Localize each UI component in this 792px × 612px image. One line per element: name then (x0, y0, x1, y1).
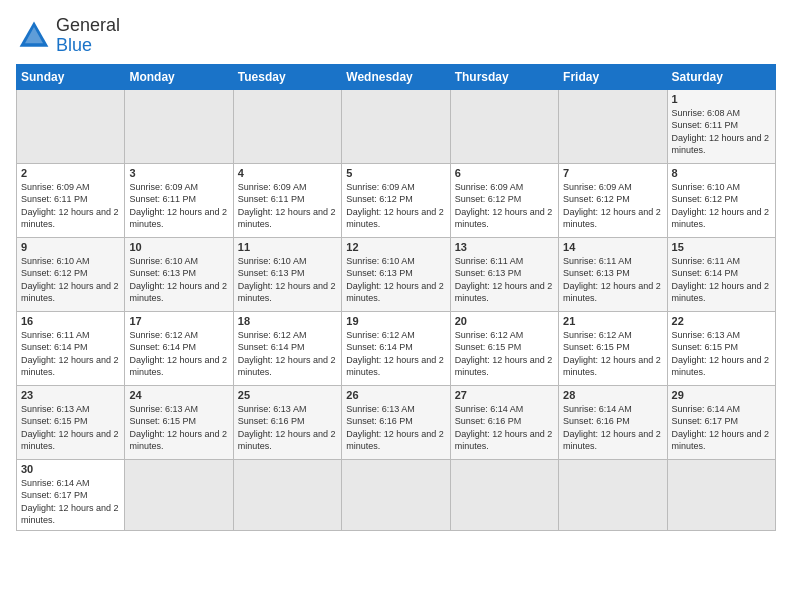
day-number: 29 (672, 389, 771, 401)
day-info: Sunrise: 6:11 AM Sunset: 6:13 PM Dayligh… (455, 255, 554, 305)
day-info: Sunrise: 6:12 AM Sunset: 6:14 PM Dayligh… (346, 329, 445, 379)
day-number: 13 (455, 241, 554, 253)
calendar-cell: 11Sunrise: 6:10 AM Sunset: 6:13 PM Dayli… (233, 237, 341, 311)
day-header: Friday (559, 64, 667, 89)
day-info: Sunrise: 6:09 AM Sunset: 6:12 PM Dayligh… (455, 181, 554, 231)
day-header: Monday (125, 64, 233, 89)
day-number: 22 (672, 315, 771, 327)
day-info: Sunrise: 6:10 AM Sunset: 6:13 PM Dayligh… (129, 255, 228, 305)
day-info: Sunrise: 6:09 AM Sunset: 6:11 PM Dayligh… (129, 181, 228, 231)
calendar-cell (667, 459, 775, 530)
day-number: 7 (563, 167, 662, 179)
calendar-cell: 2Sunrise: 6:09 AM Sunset: 6:11 PM Daylig… (17, 163, 125, 237)
calendar-cell: 5Sunrise: 6:09 AM Sunset: 6:12 PM Daylig… (342, 163, 450, 237)
calendar-cell (233, 459, 341, 530)
calendar-cell: 6Sunrise: 6:09 AM Sunset: 6:12 PM Daylig… (450, 163, 558, 237)
day-number: 1 (672, 93, 771, 105)
day-number: 15 (672, 241, 771, 253)
logo-text: General Blue (56, 16, 120, 56)
day-info: Sunrise: 6:11 AM Sunset: 6:13 PM Dayligh… (563, 255, 662, 305)
calendar-cell: 10Sunrise: 6:10 AM Sunset: 6:13 PM Dayli… (125, 237, 233, 311)
calendar-cell (559, 459, 667, 530)
day-number: 2 (21, 167, 120, 179)
day-number: 9 (21, 241, 120, 253)
day-header: Wednesday (342, 64, 450, 89)
day-number: 8 (672, 167, 771, 179)
day-info: Sunrise: 6:11 AM Sunset: 6:14 PM Dayligh… (21, 329, 120, 379)
logo: General Blue (16, 16, 120, 56)
calendar-cell: 15Sunrise: 6:11 AM Sunset: 6:14 PM Dayli… (667, 237, 775, 311)
day-number: 27 (455, 389, 554, 401)
calendar-cell: 21Sunrise: 6:12 AM Sunset: 6:15 PM Dayli… (559, 311, 667, 385)
day-info: Sunrise: 6:09 AM Sunset: 6:12 PM Dayligh… (563, 181, 662, 231)
calendar-cell: 13Sunrise: 6:11 AM Sunset: 6:13 PM Dayli… (450, 237, 558, 311)
calendar-cell: 26Sunrise: 6:13 AM Sunset: 6:16 PM Dayli… (342, 385, 450, 459)
calendar-cell (125, 459, 233, 530)
day-header: Sunday (17, 64, 125, 89)
calendar-cell: 4Sunrise: 6:09 AM Sunset: 6:11 PM Daylig… (233, 163, 341, 237)
day-number: 16 (21, 315, 120, 327)
day-info: Sunrise: 6:10 AM Sunset: 6:12 PM Dayligh… (21, 255, 120, 305)
day-header: Tuesday (233, 64, 341, 89)
calendar-cell: 24Sunrise: 6:13 AM Sunset: 6:15 PM Dayli… (125, 385, 233, 459)
calendar-cell (450, 89, 558, 163)
day-info: Sunrise: 6:12 AM Sunset: 6:15 PM Dayligh… (455, 329, 554, 379)
day-header: Thursday (450, 64, 558, 89)
calendar-cell (342, 459, 450, 530)
day-number: 24 (129, 389, 228, 401)
day-info: Sunrise: 6:12 AM Sunset: 6:14 PM Dayligh… (238, 329, 337, 379)
day-info: Sunrise: 6:12 AM Sunset: 6:15 PM Dayligh… (563, 329, 662, 379)
day-info: Sunrise: 6:09 AM Sunset: 6:12 PM Dayligh… (346, 181, 445, 231)
day-number: 21 (563, 315, 662, 327)
day-number: 26 (346, 389, 445, 401)
calendar-cell: 23Sunrise: 6:13 AM Sunset: 6:15 PM Dayli… (17, 385, 125, 459)
day-number: 30 (21, 463, 120, 475)
day-number: 6 (455, 167, 554, 179)
calendar-cell (17, 89, 125, 163)
logo-icon (16, 18, 52, 54)
day-number: 23 (21, 389, 120, 401)
calendar-cell: 30Sunrise: 6:14 AM Sunset: 6:17 PM Dayli… (17, 459, 125, 530)
calendar-cell: 7Sunrise: 6:09 AM Sunset: 6:12 PM Daylig… (559, 163, 667, 237)
day-number: 14 (563, 241, 662, 253)
day-number: 5 (346, 167, 445, 179)
calendar-cell: 12Sunrise: 6:10 AM Sunset: 6:13 PM Dayli… (342, 237, 450, 311)
calendar-cell: 22Sunrise: 6:13 AM Sunset: 6:15 PM Dayli… (667, 311, 775, 385)
calendar-cell: 9Sunrise: 6:10 AM Sunset: 6:12 PM Daylig… (17, 237, 125, 311)
day-info: Sunrise: 6:14 AM Sunset: 6:16 PM Dayligh… (563, 403, 662, 453)
calendar-cell: 14Sunrise: 6:11 AM Sunset: 6:13 PM Dayli… (559, 237, 667, 311)
calendar-cell: 28Sunrise: 6:14 AM Sunset: 6:16 PM Dayli… (559, 385, 667, 459)
calendar-cell: 18Sunrise: 6:12 AM Sunset: 6:14 PM Dayli… (233, 311, 341, 385)
day-number: 12 (346, 241, 445, 253)
day-info: Sunrise: 6:13 AM Sunset: 6:16 PM Dayligh… (346, 403, 445, 453)
calendar-cell: 29Sunrise: 6:14 AM Sunset: 6:17 PM Dayli… (667, 385, 775, 459)
calendar-table: SundayMondayTuesdayWednesdayThursdayFrid… (16, 64, 776, 531)
day-number: 10 (129, 241, 228, 253)
day-info: Sunrise: 6:10 AM Sunset: 6:12 PM Dayligh… (672, 181, 771, 231)
day-info: Sunrise: 6:12 AM Sunset: 6:14 PM Dayligh… (129, 329, 228, 379)
day-info: Sunrise: 6:13 AM Sunset: 6:15 PM Dayligh… (21, 403, 120, 453)
day-info: Sunrise: 6:10 AM Sunset: 6:13 PM Dayligh… (346, 255, 445, 305)
calendar-cell (342, 89, 450, 163)
day-number: 20 (455, 315, 554, 327)
day-number: 4 (238, 167, 337, 179)
day-number: 3 (129, 167, 228, 179)
calendar-cell (233, 89, 341, 163)
day-header: Saturday (667, 64, 775, 89)
calendar-cell (559, 89, 667, 163)
day-number: 28 (563, 389, 662, 401)
calendar-header: SundayMondayTuesdayWednesdayThursdayFrid… (17, 64, 776, 89)
day-number: 25 (238, 389, 337, 401)
day-info: Sunrise: 6:13 AM Sunset: 6:15 PM Dayligh… (129, 403, 228, 453)
calendar-cell (450, 459, 558, 530)
day-info: Sunrise: 6:11 AM Sunset: 6:14 PM Dayligh… (672, 255, 771, 305)
day-info: Sunrise: 6:13 AM Sunset: 6:15 PM Dayligh… (672, 329, 771, 379)
page-header: General Blue (16, 16, 776, 56)
calendar-body: 1Sunrise: 6:08 AM Sunset: 6:11 PM Daylig… (17, 89, 776, 530)
calendar-cell: 3Sunrise: 6:09 AM Sunset: 6:11 PM Daylig… (125, 163, 233, 237)
calendar-cell: 17Sunrise: 6:12 AM Sunset: 6:14 PM Dayli… (125, 311, 233, 385)
day-number: 11 (238, 241, 337, 253)
day-info: Sunrise: 6:09 AM Sunset: 6:11 PM Dayligh… (21, 181, 120, 231)
day-info: Sunrise: 6:14 AM Sunset: 6:17 PM Dayligh… (672, 403, 771, 453)
day-info: Sunrise: 6:09 AM Sunset: 6:11 PM Dayligh… (238, 181, 337, 231)
